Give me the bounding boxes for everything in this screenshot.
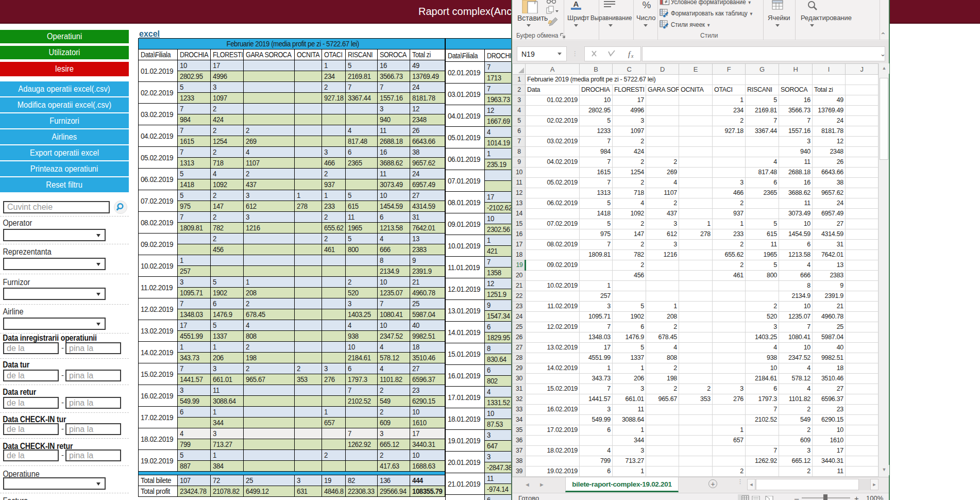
svg-text:А: А xyxy=(573,0,579,8)
svg-text:≠: ≠ xyxy=(664,0,667,5)
svg-text:%: % xyxy=(643,0,651,10)
svg-text:x: x xyxy=(631,53,634,59)
